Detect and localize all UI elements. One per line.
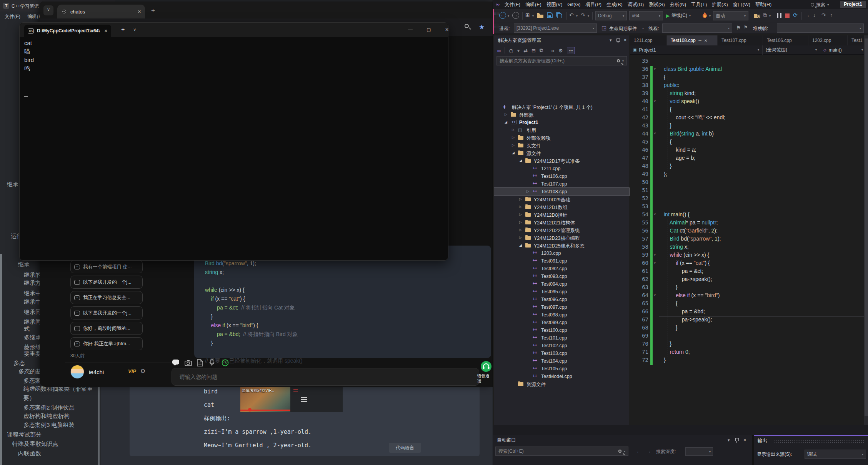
video-pip-player[interactable]: 逼疯考前24堂VIP... (240, 386, 343, 412)
breadcrumb-(全局范围)[interactable]: (全局范围)▾ (763, 45, 820, 55)
vs-menu-生成(B)[interactable]: 生成(B) (606, 2, 623, 8)
chat-input[interactable]: 请输入您的问题 (172, 368, 479, 386)
vs-menu-Git(G)[interactable]: Git(G) (567, 2, 580, 7)
tree-item-1203.cpp[interactable]: ++1203.cpp (494, 249, 629, 257)
fold-arrow-icon[interactable]: ˅ (654, 99, 656, 103)
tree-item-Y24M12D21结构体[interactable]: ▷Y24M12D21结构体 (494, 219, 629, 226)
tree-item-Y24M12D22管理系统[interactable]: ▷Y24M12D22管理系统 (494, 226, 629, 234)
expander-icon[interactable]: ▷ (512, 128, 515, 132)
outline-item[interactable]: 继承 (18, 261, 30, 268)
expander-icon[interactable]: ▷ (519, 228, 522, 232)
maximize-button[interactable]: ▢ (420, 23, 438, 37)
outline-item[interactable]: 继承的 (24, 271, 41, 279)
outline-item[interactable]: 继承同 (24, 309, 41, 316)
tree-item-Test107.cpp[interactable]: ++Test107.cpp (494, 180, 629, 188)
tree-item-Test100.cpp[interactable]: ++Test100.cpp (494, 326, 629, 334)
expander-icon[interactable]: ▷ (505, 112, 507, 116)
breadcrumb-Project1[interactable]: ▣Project1▾ (630, 45, 763, 55)
panel-menu-icon[interactable]: ▾ (728, 438, 730, 443)
vs-menu-调试(D)[interactable]: 调试(D) (628, 2, 644, 8)
solution-name-badge[interactable]: Project1 (840, 1, 866, 8)
step-into-icon[interactable]: ↓ (813, 12, 816, 18)
step-over-icon[interactable]: ↷ (821, 12, 826, 18)
output-panel-title[interactable]: 输出 (758, 438, 767, 444)
minimize-button[interactable]: — (402, 23, 419, 37)
expander-icon[interactable]: ▷ (519, 220, 522, 224)
outline-item[interactable]: 继承 (7, 181, 18, 188)
tree-item-Test102.cpp[interactable]: ++Test102.cpp (494, 342, 629, 350)
expander-icon[interactable]: ▷ (519, 197, 522, 201)
tree-item-Test103.cpp[interactable]: ++Test103.cpp (494, 350, 629, 357)
tree-item-TestModel.cpp[interactable]: ++TestModel.cpp (494, 373, 629, 380)
tree-item-Test106.cpp[interactable]: ++Test106.cpp (494, 172, 629, 180)
tree-item-引用[interactable]: ▷◫引用 (494, 126, 629, 134)
chat-bubble-icon[interactable] (172, 360, 179, 365)
tree-item-Test108.cpp[interactable]: ▷++Test108.cpp (494, 188, 629, 196)
tree-item-1211.cpp[interactable]: ++1211.cpp (494, 165, 629, 172)
close-button[interactable]: ✕ (438, 23, 456, 37)
tree-item-Test093.cpp[interactable]: ++Test093.cpp (494, 273, 629, 280)
terminal-tab[interactable]: C:\ D:\MyCppCode\Project1\x64\ ✕ (24, 25, 111, 37)
editor-tab-1211.cpp[interactable]: 1211.cpp (630, 35, 667, 45)
vs-menu-项目(P)[interactable]: 项目(P) (585, 2, 601, 8)
restart-icon[interactable]: ⟳ (793, 12, 798, 18)
avatar[interactable] (70, 365, 84, 379)
chevron-down-icon[interactable]: ▾ (532, 14, 534, 18)
outline-item[interactable]: 多继承 (24, 334, 41, 341)
vs-menu-帮助(H)[interactable]: 帮助(H) (755, 2, 771, 8)
fold-arrow-icon[interactable]: ˅ (654, 132, 656, 135)
properties-icon[interactable]: ⧉ (540, 47, 543, 54)
menu-item-文件(F)[interactable]: 文件(F) (5, 13, 20, 20)
outline-item[interactable]: 继承同 (24, 318, 41, 326)
redo-icon[interactable]: ↷ (581, 12, 585, 18)
tree-item-Test098.cpp[interactable]: ++Test098.cpp (494, 311, 629, 319)
chat-history-item[interactable]: ··以下是我开发的一个j... (70, 276, 143, 289)
show-next-statement-icon[interactable]: → (805, 12, 810, 18)
vs-menu-分析(N)[interactable]: 分析(N) (670, 2, 686, 8)
tree-item-Y24M12D8指针[interactable]: ▷Y24M12D8指针 (494, 211, 629, 219)
open-file-icon[interactable] (537, 13, 544, 20)
editor-tab-1203.cpp[interactable]: 1203.cpp (808, 35, 848, 45)
history-clock-icon[interactable] (222, 359, 229, 366)
editor-tab-Test108.cpp[interactable]: Test108.cpp⊸✕ (667, 35, 718, 45)
fold-arrow-icon[interactable]: ˅ (654, 67, 656, 71)
chevron-down-icon[interactable]: ▾ (769, 14, 771, 18)
outline-item[interactable]: 多态案例3 电脑组装 (23, 422, 75, 429)
show-all-files-icon[interactable]: ⚏ (567, 47, 575, 54)
navigate-forward-button[interactable]: → (512, 12, 519, 19)
expander-icon[interactable]: ▷ (512, 135, 515, 139)
code-editor[interactable]: 3536˅class Bird :public Animal37{38publi… (630, 55, 868, 425)
tree-item-Test094.cpp[interactable]: ++Test094.cpp (494, 280, 629, 288)
vs-menu-测试(S)[interactable]: 测试(S) (649, 2, 665, 8)
chevron-down-icon[interactable]: ▾ (642, 27, 644, 30)
outline-item[interactable]: 多态案例2 制作饮品 (23, 404, 75, 411)
outline-item[interactable]: 继承中 (24, 298, 41, 306)
outline-item[interactable]: 继承方 (24, 279, 41, 287)
hot-reload-flame-icon[interactable] (702, 12, 707, 20)
navigate-back-button[interactable]: ← (499, 12, 506, 19)
pin-icon[interactable]: ⊸ (698, 38, 701, 43)
fold-arrow-icon[interactable]: ˅ (654, 293, 656, 297)
forward-icon[interactable]: → (646, 448, 651, 454)
outline-item[interactable]: 虚析构和纯虚析构 (23, 413, 70, 420)
vs-menu-视图(V)[interactable]: 视图(V) (546, 2, 563, 8)
browse-find-icon[interactable] (754, 13, 761, 20)
bookmark-star-icon[interactable]: ★ (479, 23, 485, 31)
tree-item-Y24M12D25继承和多态[interactable]: ◢Y24M12D25继承和多态 (494, 242, 629, 249)
outline-item[interactable]: 多态的基 (18, 368, 42, 375)
vs-menu-扩展(X)[interactable]: 扩展(X) (712, 2, 728, 8)
pdf-file-icon[interactable] (197, 359, 203, 366)
chatos-tab[interactable]: chatos ✕ (57, 5, 145, 18)
expander-icon[interactable]: ◢ (519, 159, 522, 162)
settings-gear-icon[interactable]: ⚙ (140, 368, 145, 375)
tree-item-Test097.cpp[interactable]: ++Test097.cpp (494, 303, 629, 311)
save-icon[interactable] (547, 12, 553, 20)
new-tab-button[interactable]: + (121, 26, 125, 33)
tree-item-Project1[interactable]: ◢++Project1 (494, 119, 629, 126)
vs-menu-工具(T)[interactable]: 工具(T) (691, 2, 707, 8)
tree-item-外部源[interactable]: ▷外部源 (494, 111, 629, 119)
expander-icon[interactable]: ▷ (526, 189, 529, 193)
search-depth-dropdown[interactable]: ▾ (685, 447, 713, 456)
stop-debug-button[interactable] (785, 13, 790, 18)
output-source-dropdown[interactable]: 调试 ▾ (805, 450, 866, 459)
